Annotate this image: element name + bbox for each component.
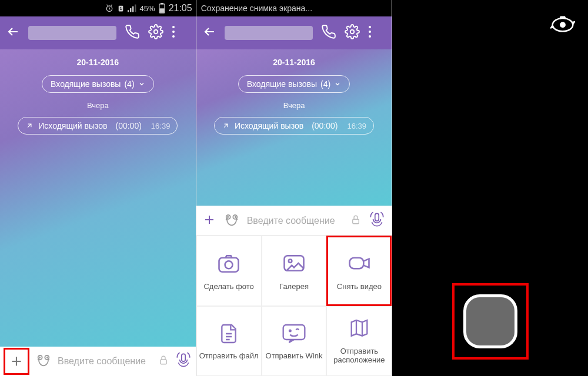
attachment-label: Отправить файл <box>199 351 259 360</box>
signal-icon <box>128 4 137 12</box>
menu-icon[interactable] <box>172 25 175 41</box>
mic-icon[interactable] <box>368 211 386 231</box>
camera-icon <box>216 250 242 276</box>
svg-point-31 <box>289 260 292 263</box>
svg-rect-5 <box>132 6 133 12</box>
attachment-grid: Сделать фото Галерея Снять видео Отправи… <box>196 235 392 376</box>
video-icon <box>346 250 372 276</box>
attachment-label: Сделать фото <box>203 282 253 291</box>
attachment-video[interactable]: Снять видео <box>326 236 392 306</box>
wink-icon <box>281 322 307 345</box>
date-label: 20-11-2016 <box>6 58 190 67</box>
screenshot-1: 1 45% 21:05 <box>0 0 196 376</box>
attachment-location[interactable]: Отправить расположение <box>326 306 392 377</box>
camera-view <box>392 0 588 376</box>
settings-icon[interactable] <box>148 24 163 42</box>
lock-icon <box>158 355 169 368</box>
svg-point-12 <box>172 31 175 33</box>
message-input[interactable]: Введите сообщение <box>247 216 344 226</box>
svg-rect-4 <box>130 8 131 12</box>
battery-text: 45% <box>140 4 155 13</box>
call-icon[interactable] <box>321 24 336 42</box>
chevron-down-icon <box>334 80 341 88</box>
file-icon <box>217 322 240 345</box>
svg-text:1: 1 <box>119 6 122 11</box>
svg-point-22 <box>369 35 371 38</box>
svg-rect-32 <box>349 258 363 268</box>
sticker-icon[interactable] <box>223 212 240 230</box>
clock-text: 21:05 <box>169 3 192 14</box>
incoming-calls-pill[interactable]: Входящие вызовы (4) <box>42 75 153 93</box>
svg-rect-8 <box>161 3 163 4</box>
contact-name-redacted[interactable] <box>28 26 116 40</box>
screenshot-3 <box>392 0 588 376</box>
gallery-icon <box>281 250 307 276</box>
shutter-button[interactable] <box>463 294 517 348</box>
sim-icon: 1 <box>117 4 125 13</box>
chevron-down-icon <box>138 80 145 88</box>
screenshot-2: Сохранение снимка экрана... 20-11-2016 В… <box>196 0 393 376</box>
svg-point-17 <box>47 357 48 358</box>
attachment-label: Галерея <box>279 282 309 291</box>
mic-icon[interactable] <box>175 351 192 371</box>
chat-area: 20-11-2016 Входящие вызовы (4) Вчера Исх… <box>0 49 196 347</box>
call-icon[interactable] <box>125 24 140 42</box>
attachment-gallery[interactable]: Галерея <box>262 236 327 306</box>
svg-point-29 <box>225 261 233 269</box>
status-bar: Сохранение снимка экрана... <box>196 0 392 16</box>
outgoing-call-row[interactable]: Исходящий вызов (00:00) 16:39 <box>18 117 178 135</box>
svg-point-16 <box>39 357 40 358</box>
app-header <box>196 16 392 49</box>
switch-camera-icon[interactable] <box>550 14 575 36</box>
message-input-bar: Введите сообщение <box>196 206 392 235</box>
menu-icon[interactable] <box>368 25 372 41</box>
svg-rect-3 <box>128 10 129 12</box>
date-label: 20-11-2016 <box>202 58 386 67</box>
lock-icon <box>350 214 361 227</box>
svg-point-19 <box>350 30 354 34</box>
back-icon[interactable] <box>202 25 216 41</box>
status-bar: 1 45% 21:05 <box>0 0 196 16</box>
alarm-icon <box>105 4 114 13</box>
yesterday-label: Вчера <box>6 101 190 110</box>
battery-icon <box>158 3 166 14</box>
message-input[interactable]: Введите сообщение <box>58 356 152 367</box>
svg-rect-27 <box>353 219 359 224</box>
svg-point-25 <box>228 216 228 217</box>
svg-rect-18 <box>160 360 166 364</box>
svg-point-21 <box>369 31 371 33</box>
back-icon[interactable] <box>6 25 20 41</box>
attach-button[interactable] <box>4 348 29 375</box>
outgoing-call-row[interactable]: Исходящий вызов (00:00) 16:39 <box>214 117 374 135</box>
chat-area: 20-11-2016 Входящие вызовы (4) Вчера Исх… <box>196 49 392 206</box>
svg-point-13 <box>172 35 175 38</box>
contact-name-redacted[interactable] <box>225 26 313 40</box>
status-text: Сохранение снимка экрана... <box>201 4 312 13</box>
svg-rect-9 <box>160 9 164 12</box>
svg-rect-33 <box>283 325 305 340</box>
svg-rect-28 <box>219 258 239 272</box>
svg-point-11 <box>172 26 175 28</box>
sticker-icon[interactable] <box>35 352 52 371</box>
svg-point-36 <box>560 22 566 28</box>
incoming-calls-pill[interactable]: Входящие вызовы (4) <box>238 75 350 93</box>
svg-rect-6 <box>135 5 136 12</box>
svg-point-20 <box>369 26 371 28</box>
attachment-label: Отправить расположение <box>327 347 391 364</box>
app-header <box>0 16 196 49</box>
settings-icon[interactable] <box>345 24 360 42</box>
attachment-file[interactable]: Отправить файл <box>196 306 262 377</box>
attach-button[interactable] <box>202 213 216 229</box>
shutter-highlight <box>452 283 529 360</box>
svg-point-10 <box>154 30 158 34</box>
attachment-label: Отправить Wink <box>266 351 323 360</box>
svg-point-26 <box>235 216 235 217</box>
yesterday-label: Вчера <box>202 101 386 110</box>
svg-point-34 <box>289 330 291 331</box>
attachment-label: Снять видео <box>337 282 382 291</box>
attachment-wink[interactable]: Отправить Wink <box>262 306 327 377</box>
attachment-photo[interactable]: Сделать фото <box>196 236 262 306</box>
message-input-bar: Введите сообщение <box>0 347 196 376</box>
outgoing-arrow-icon <box>25 122 34 130</box>
outgoing-arrow-icon <box>222 122 230 130</box>
